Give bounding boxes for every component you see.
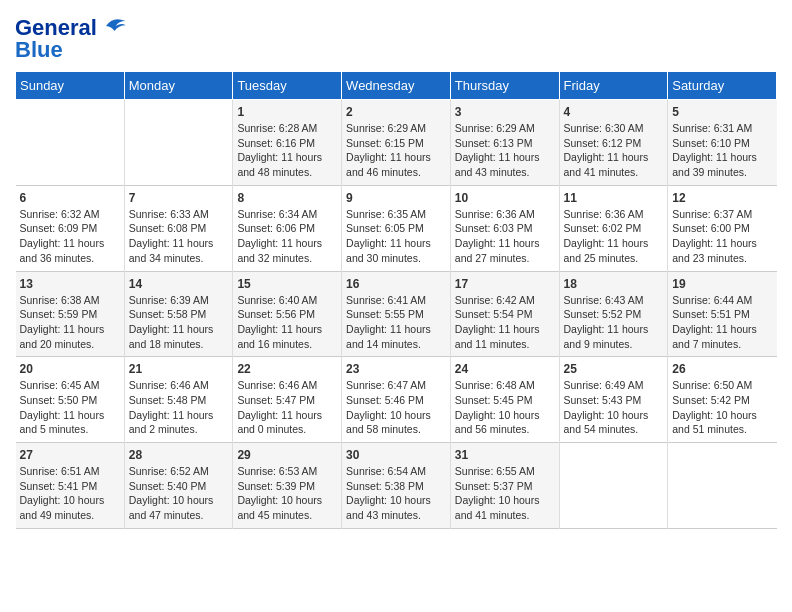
day-info: Sunrise: 6:36 AM Sunset: 6:03 PM Dayligh… — [455, 207, 555, 266]
logo-bird-icon — [99, 12, 127, 40]
calendar-cell: 12Sunrise: 6:37 AM Sunset: 6:00 PM Dayli… — [668, 185, 777, 271]
calendar-cell: 15Sunrise: 6:40 AM Sunset: 5:56 PM Dayli… — [233, 271, 342, 357]
calendar-cell: 11Sunrise: 6:36 AM Sunset: 6:02 PM Dayli… — [559, 185, 668, 271]
day-number: 30 — [346, 448, 446, 462]
day-info: Sunrise: 6:52 AM Sunset: 5:40 PM Dayligh… — [129, 464, 229, 523]
weekday-header-thursday: Thursday — [450, 72, 559, 100]
day-number: 10 — [455, 191, 555, 205]
calendar-cell: 30Sunrise: 6:54 AM Sunset: 5:38 PM Dayli… — [342, 443, 451, 529]
day-number: 24 — [455, 362, 555, 376]
calendar-cell: 23Sunrise: 6:47 AM Sunset: 5:46 PM Dayli… — [342, 357, 451, 443]
day-info: Sunrise: 6:33 AM Sunset: 6:08 PM Dayligh… — [129, 207, 229, 266]
calendar-row-2: 13Sunrise: 6:38 AM Sunset: 5:59 PM Dayli… — [16, 271, 777, 357]
day-info: Sunrise: 6:31 AM Sunset: 6:10 PM Dayligh… — [672, 121, 772, 180]
calendar-cell: 1Sunrise: 6:28 AM Sunset: 6:16 PM Daylig… — [233, 100, 342, 186]
calendar-cell: 18Sunrise: 6:43 AM Sunset: 5:52 PM Dayli… — [559, 271, 668, 357]
day-number: 29 — [237, 448, 337, 462]
weekday-header-tuesday: Tuesday — [233, 72, 342, 100]
day-number: 22 — [237, 362, 337, 376]
calendar-cell: 13Sunrise: 6:38 AM Sunset: 5:59 PM Dayli… — [16, 271, 125, 357]
day-number: 5 — [672, 105, 772, 119]
calendar-cell: 31Sunrise: 6:55 AM Sunset: 5:37 PM Dayli… — [450, 443, 559, 529]
calendar-cell: 6Sunrise: 6:32 AM Sunset: 6:09 PM Daylig… — [16, 185, 125, 271]
weekday-header-sunday: Sunday — [16, 72, 125, 100]
day-number: 19 — [672, 277, 772, 291]
calendar-cell: 9Sunrise: 6:35 AM Sunset: 6:05 PM Daylig… — [342, 185, 451, 271]
calendar-cell — [559, 443, 668, 529]
day-info: Sunrise: 6:48 AM Sunset: 5:45 PM Dayligh… — [455, 378, 555, 437]
day-number: 6 — [20, 191, 120, 205]
calendar-cell: 21Sunrise: 6:46 AM Sunset: 5:48 PM Dayli… — [124, 357, 233, 443]
day-info: Sunrise: 6:32 AM Sunset: 6:09 PM Dayligh… — [20, 207, 120, 266]
calendar-cell: 25Sunrise: 6:49 AM Sunset: 5:43 PM Dayli… — [559, 357, 668, 443]
day-info: Sunrise: 6:37 AM Sunset: 6:00 PM Dayligh… — [672, 207, 772, 266]
day-number: 21 — [129, 362, 229, 376]
day-number: 27 — [20, 448, 120, 462]
weekday-header-friday: Friday — [559, 72, 668, 100]
calendar-cell: 22Sunrise: 6:46 AM Sunset: 5:47 PM Dayli… — [233, 357, 342, 443]
calendar-cell: 17Sunrise: 6:42 AM Sunset: 5:54 PM Dayli… — [450, 271, 559, 357]
day-info: Sunrise: 6:53 AM Sunset: 5:39 PM Dayligh… — [237, 464, 337, 523]
day-info: Sunrise: 6:38 AM Sunset: 5:59 PM Dayligh… — [20, 293, 120, 352]
day-number: 28 — [129, 448, 229, 462]
calendar-cell: 26Sunrise: 6:50 AM Sunset: 5:42 PM Dayli… — [668, 357, 777, 443]
day-number: 9 — [346, 191, 446, 205]
weekday-header-monday: Monday — [124, 72, 233, 100]
day-info: Sunrise: 6:55 AM Sunset: 5:37 PM Dayligh… — [455, 464, 555, 523]
day-info: Sunrise: 6:50 AM Sunset: 5:42 PM Dayligh… — [672, 378, 772, 437]
calendar-cell: 16Sunrise: 6:41 AM Sunset: 5:55 PM Dayli… — [342, 271, 451, 357]
weekday-header-row: SundayMondayTuesdayWednesdayThursdayFrid… — [16, 72, 777, 100]
calendar-cell: 19Sunrise: 6:44 AM Sunset: 5:51 PM Dayli… — [668, 271, 777, 357]
day-info: Sunrise: 6:46 AM Sunset: 5:48 PM Dayligh… — [129, 378, 229, 437]
day-number: 11 — [564, 191, 664, 205]
calendar-row-4: 27Sunrise: 6:51 AM Sunset: 5:41 PM Dayli… — [16, 443, 777, 529]
day-info: Sunrise: 6:35 AM Sunset: 6:05 PM Dayligh… — [346, 207, 446, 266]
calendar-cell: 20Sunrise: 6:45 AM Sunset: 5:50 PM Dayli… — [16, 357, 125, 443]
day-number: 14 — [129, 277, 229, 291]
calendar-row-0: 1Sunrise: 6:28 AM Sunset: 6:16 PM Daylig… — [16, 100, 777, 186]
calendar-cell: 27Sunrise: 6:51 AM Sunset: 5:41 PM Dayli… — [16, 443, 125, 529]
day-number: 20 — [20, 362, 120, 376]
day-number: 3 — [455, 105, 555, 119]
calendar-cell: 24Sunrise: 6:48 AM Sunset: 5:45 PM Dayli… — [450, 357, 559, 443]
day-info: Sunrise: 6:47 AM Sunset: 5:46 PM Dayligh… — [346, 378, 446, 437]
day-info: Sunrise: 6:43 AM Sunset: 5:52 PM Dayligh… — [564, 293, 664, 352]
day-info: Sunrise: 6:39 AM Sunset: 5:58 PM Dayligh… — [129, 293, 229, 352]
calendar-row-3: 20Sunrise: 6:45 AM Sunset: 5:50 PM Dayli… — [16, 357, 777, 443]
day-number: 16 — [346, 277, 446, 291]
calendar-cell — [668, 443, 777, 529]
logo: General Blue — [15, 15, 127, 63]
day-info: Sunrise: 6:34 AM Sunset: 6:06 PM Dayligh… — [237, 207, 337, 266]
calendar-cell: 14Sunrise: 6:39 AM Sunset: 5:58 PM Dayli… — [124, 271, 233, 357]
day-number: 7 — [129, 191, 229, 205]
calendar-cell: 10Sunrise: 6:36 AM Sunset: 6:03 PM Dayli… — [450, 185, 559, 271]
day-info: Sunrise: 6:29 AM Sunset: 6:13 PM Dayligh… — [455, 121, 555, 180]
day-info: Sunrise: 6:46 AM Sunset: 5:47 PM Dayligh… — [237, 378, 337, 437]
calendar-cell: 3Sunrise: 6:29 AM Sunset: 6:13 PM Daylig… — [450, 100, 559, 186]
day-info: Sunrise: 6:54 AM Sunset: 5:38 PM Dayligh… — [346, 464, 446, 523]
calendar-cell: 8Sunrise: 6:34 AM Sunset: 6:06 PM Daylig… — [233, 185, 342, 271]
calendar-table: SundayMondayTuesdayWednesdayThursdayFrid… — [15, 71, 777, 529]
day-number: 25 — [564, 362, 664, 376]
day-info: Sunrise: 6:40 AM Sunset: 5:56 PM Dayligh… — [237, 293, 337, 352]
day-number: 8 — [237, 191, 337, 205]
day-number: 31 — [455, 448, 555, 462]
day-number: 17 — [455, 277, 555, 291]
day-info: Sunrise: 6:42 AM Sunset: 5:54 PM Dayligh… — [455, 293, 555, 352]
day-number: 13 — [20, 277, 120, 291]
weekday-header-wednesday: Wednesday — [342, 72, 451, 100]
day-info: Sunrise: 6:51 AM Sunset: 5:41 PM Dayligh… — [20, 464, 120, 523]
day-number: 23 — [346, 362, 446, 376]
day-info: Sunrise: 6:29 AM Sunset: 6:15 PM Dayligh… — [346, 121, 446, 180]
day-number: 1 — [237, 105, 337, 119]
day-number: 4 — [564, 105, 664, 119]
day-number: 26 — [672, 362, 772, 376]
calendar-cell: 7Sunrise: 6:33 AM Sunset: 6:08 PM Daylig… — [124, 185, 233, 271]
calendar-cell: 28Sunrise: 6:52 AM Sunset: 5:40 PM Dayli… — [124, 443, 233, 529]
calendar-cell — [124, 100, 233, 186]
page-header: General Blue — [15, 10, 777, 63]
calendar-cell — [16, 100, 125, 186]
day-info: Sunrise: 6:45 AM Sunset: 5:50 PM Dayligh… — [20, 378, 120, 437]
calendar-cell: 2Sunrise: 6:29 AM Sunset: 6:15 PM Daylig… — [342, 100, 451, 186]
day-info: Sunrise: 6:41 AM Sunset: 5:55 PM Dayligh… — [346, 293, 446, 352]
